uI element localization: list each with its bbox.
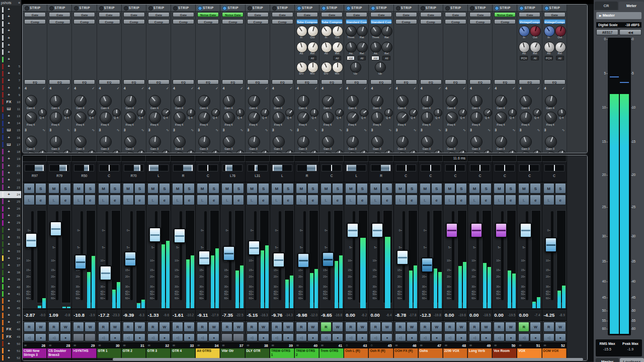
channel-name[interactable]: OOH FX (R)	[394, 348, 418, 358]
fader-cap[interactable]	[74, 254, 87, 269]
gate-button[interactable]: Gate	[395, 12, 417, 17]
eq-gain3-knob[interactable]	[446, 136, 458, 148]
comp-button[interactable]: Comp	[445, 19, 466, 24]
read-button[interactable]: R	[320, 322, 332, 332]
gate-button[interactable]: Gate	[99, 12, 120, 17]
strip-led[interactable]	[297, 6, 301, 11]
pan-control[interactable]	[470, 164, 490, 171]
eq-button[interactable]: EQ	[445, 79, 466, 84]
comp-knob-out[interactable]	[332, 26, 343, 37]
comp-button[interactable]: Comp	[24, 19, 46, 24]
solo-button[interactable]: S	[233, 183, 244, 194]
track-list-item[interactable]: Ш15	[0, 127, 21, 134]
channel-name[interactable]: TREM GTRS 1	[270, 348, 294, 358]
horizontal-scrollbar[interactable]	[113, 358, 583, 360]
eq-q4-knob[interactable]	[310, 109, 318, 117]
eq-freq4-knob[interactable]	[446, 112, 458, 124]
mute-button[interactable]: M	[370, 183, 381, 194]
tab-loudness[interactable]: Loudness	[620, 358, 644, 362]
eq-gain3-knob[interactable]	[100, 136, 112, 148]
listen-button[interactable]: L	[247, 195, 258, 205]
record-button[interactable]: ●	[431, 333, 442, 341]
edit-button[interactable]: e	[357, 195, 368, 205]
eq-gain3-knob[interactable]	[273, 136, 285, 148]
comp-button[interactable]: Comp	[247, 19, 269, 24]
eq-freq3-knob[interactable]	[495, 151, 507, 153]
eq-q4-knob[interactable]	[484, 109, 492, 117]
eq-q3-knob[interactable]	[310, 150, 318, 153]
eq-q4-knob[interactable]	[187, 109, 195, 117]
strip-led[interactable]	[25, 6, 29, 11]
eq-q3-knob[interactable]	[112, 150, 121, 153]
monitor-button[interactable]: ◁	[420, 333, 431, 341]
edit-button[interactable]: e	[530, 195, 541, 205]
eq-gain4-knob[interactable]	[446, 95, 458, 107]
write-button[interactable]: W	[555, 322, 566, 332]
fader-cap[interactable]	[396, 250, 409, 265]
write-button[interactable]: W	[85, 322, 96, 332]
read-button[interactable]: R	[543, 322, 554, 332]
edit-button[interactable]: e	[85, 195, 96, 205]
comp-knob-in[interactable]	[296, 26, 307, 37]
read-button[interactable]: R	[48, 322, 59, 332]
gate-button[interactable]: Noise Gate	[494, 12, 516, 17]
monitor-button[interactable]: ◁	[197, 333, 208, 341]
monitor-button[interactable]: ◁	[370, 333, 381, 341]
track-list-item[interactable]: +7	[0, 77, 21, 84]
eq-freq3-knob[interactable]	[273, 151, 285, 153]
read-button[interactable]: R	[271, 322, 282, 332]
read-button[interactable]: R	[24, 322, 35, 332]
eq-freq3-knob[interactable]	[124, 151, 136, 153]
record-button[interactable]: ●	[35, 333, 46, 341]
pan-control[interactable]	[198, 164, 218, 171]
fader-cap[interactable]	[322, 252, 334, 267]
comp-button[interactable]: Comp	[99, 19, 120, 24]
eq-gain4-knob[interactable]	[347, 95, 359, 107]
eq-q3-knob[interactable]	[434, 150, 442, 153]
monitor-button[interactable]: ◁	[395, 333, 406, 341]
record-button[interactable]: ●	[381, 333, 392, 341]
eq-q4-knob[interactable]	[261, 109, 269, 117]
track-list-item[interactable]: +39	[0, 276, 21, 283]
eq-button[interactable]: EQ	[519, 79, 540, 84]
eq-gain3-knob[interactable]	[495, 136, 507, 148]
listen-button[interactable]: L	[123, 195, 134, 205]
mute-button[interactable]: M	[48, 183, 59, 194]
record-button[interactable]: ●	[110, 333, 121, 341]
record-button[interactable]: ●	[134, 333, 145, 341]
mute-button[interactable]: M	[197, 183, 208, 194]
track-list-item[interactable]: +	[0, 27, 21, 34]
all-button[interactable]: All	[308, 56, 316, 60]
eq-q4-knob[interactable]	[236, 109, 245, 117]
solo-button[interactable]: S	[307, 183, 318, 194]
menu-icon[interactable]: ≡	[18, 0, 20, 6]
read-button[interactable]: R	[296, 322, 307, 332]
edit-button[interactable]: e	[159, 195, 170, 205]
eq-gain3-knob[interactable]	[74, 136, 87, 148]
read-button[interactable]: R	[247, 322, 258, 332]
comp-button[interactable]: VintageCompr...or	[519, 19, 540, 24]
listen-button[interactable]: L	[24, 195, 35, 205]
eq-gain3-knob[interactable]	[396, 136, 409, 148]
comp-knob-out[interactable]	[307, 26, 318, 37]
strip-led[interactable]	[99, 6, 104, 11]
read-button[interactable]: R	[98, 322, 109, 332]
channel-name[interactable]: GTR 3	[146, 348, 171, 358]
listen-button[interactable]: L	[494, 195, 505, 205]
eq-button[interactable]: EQ	[123, 79, 145, 84]
comp-button[interactable]: Comp	[49, 19, 70, 24]
gate-button[interactable]: Gate	[173, 12, 194, 17]
eq-gain4-knob[interactable]	[174, 95, 186, 107]
edit-button[interactable]: e	[332, 195, 343, 205]
fader-track[interactable]	[155, 211, 157, 300]
solo-button[interactable]: S	[431, 183, 442, 194]
fader-cap[interactable]	[50, 221, 62, 236]
monitor-button[interactable]: ◁	[98, 333, 109, 341]
monitor-button[interactable]: ◁	[320, 333, 332, 341]
monitor-button[interactable]: ◁	[345, 333, 356, 341]
track-list-item[interactable]: +46	[0, 312, 21, 319]
strip-led[interactable]	[49, 6, 54, 11]
eq-button[interactable]: EQ	[24, 79, 46, 84]
solo-button[interactable]: S	[208, 183, 219, 194]
monitor-button[interactable]: ◁	[247, 333, 258, 341]
